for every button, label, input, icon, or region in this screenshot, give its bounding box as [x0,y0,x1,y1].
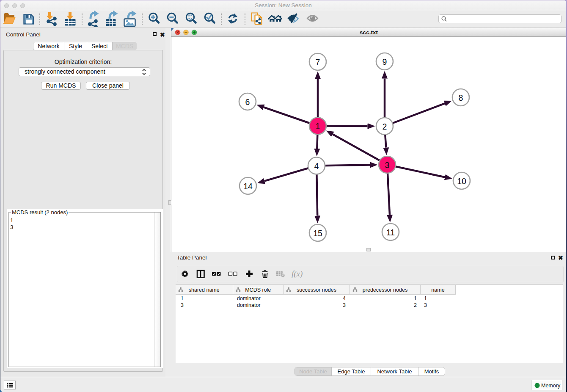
svg-text:15: 15 [313,229,322,238]
svg-text:11: 11 [386,228,395,237]
svg-text:10: 10 [457,177,466,186]
svg-text:7: 7 [316,58,320,67]
svg-text:f(x): f(x) [292,269,303,279]
svg-text:3: 3 [385,160,390,170]
svg-text:6: 6 [245,97,250,107]
svg-text:9: 9 [383,57,387,66]
svg-text:1: 1 [316,121,320,131]
svg-text:14: 14 [243,182,253,191]
svg-text:8: 8 [459,93,463,102]
svg-text:2: 2 [383,122,387,131]
svg-text:4: 4 [314,161,319,171]
